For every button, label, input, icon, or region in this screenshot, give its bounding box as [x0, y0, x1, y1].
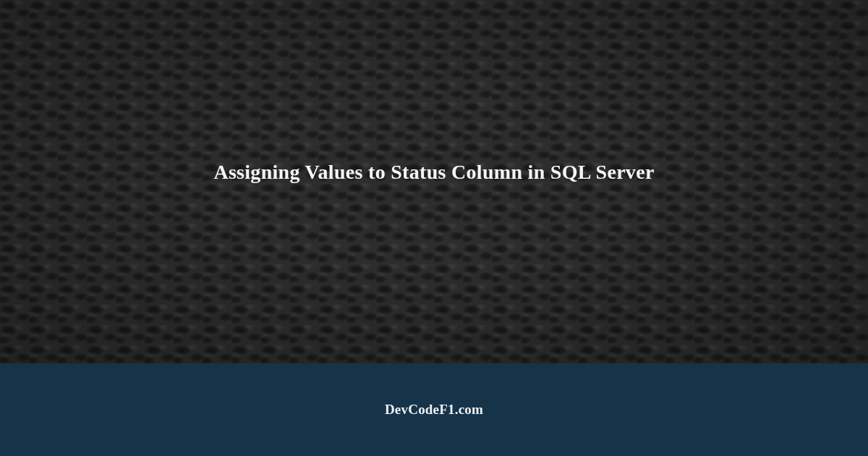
site-name: DevCodeF1.com: [385, 402, 483, 418]
article-title: Assigning Values to Status Column in SQL…: [213, 161, 654, 184]
main-banner-area: Assigning Values to Status Column in SQL…: [0, 0, 868, 363]
footer-bar: DevCodeF1.com: [0, 363, 868, 456]
